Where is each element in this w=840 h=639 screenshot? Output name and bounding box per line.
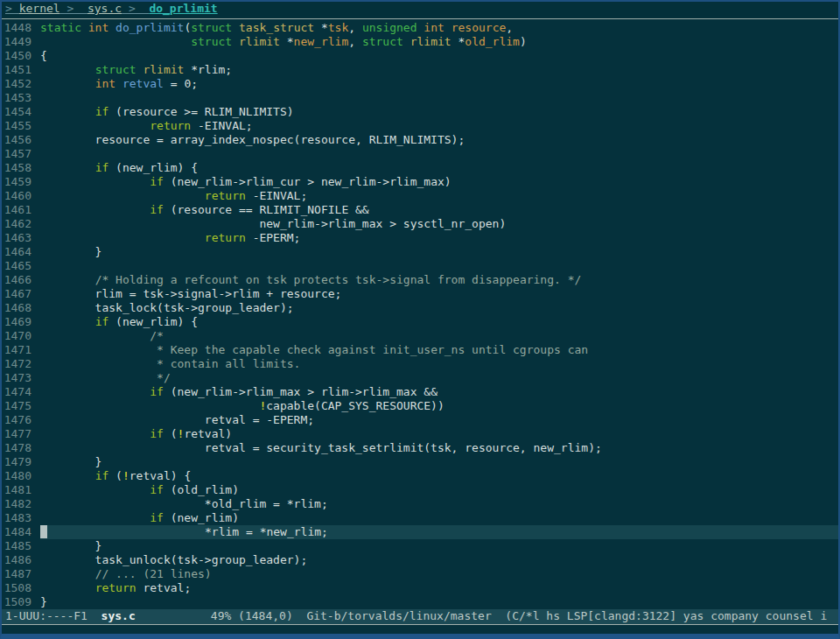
line-number: 1471 [2,343,40,357]
code-text: * contain all limits. [40,357,300,370]
line-number: 1477 [2,427,40,441]
code-line[interactable]: 1486 task_unlock(tsk->group_leader); [2,553,838,567]
code-line[interactable]: 1459 if (new_rlim->rlim_cur > new_rlim->… [2,175,838,189]
line-number: 1479 [2,455,40,469]
code-line[interactable]: 1485 } [2,539,838,553]
line-number: 1508 [2,581,40,595]
code-line[interactable]: 1476 retval = -EPERM; [2,413,838,427]
code-text: } [40,539,102,552]
echo-area[interactable] [2,625,838,635]
line-number: 1483 [2,511,40,525]
code-line[interactable]: 1461 if (resource == RLIMIT_NOFILE && [2,203,838,217]
code-text: /* Holding a refcount on tsk protects ts… [40,273,581,286]
code-line[interactable]: 1475 !capable(CAP_SYS_RESOURCE)) [2,399,838,413]
code-line[interactable]: 1484 *rlim = *new_rlim; [2,525,838,539]
code-line[interactable]: 1509} [2,595,838,609]
code-text: // ... (21 lines) [40,567,212,580]
code-line[interactable]: 1487 // ... (21 lines) [2,567,838,581]
code-text: if (new_rlim) [40,511,239,524]
line-number: 1457 [2,147,40,161]
line-number: 1452 [2,77,40,91]
breadcrumb-symbol[interactable]: do_prlimit [149,2,217,15]
code-line[interactable]: 1454 if (resource >= RLIM_NLIMITS) [2,105,838,119]
code-text: rlim = tsk->signal->rlim + resource; [40,287,341,300]
code-line[interactable]: 1471 * Keep the capable check against in… [2,343,838,357]
code-text: task_unlock(tsk->group_leader); [40,553,307,566]
code-line[interactable]: 1477 if (!retval) [2,427,838,441]
code-line[interactable]: 1478 retval = security_task_setrlimit(ts… [2,441,838,455]
code-line[interactable]: 1480 if (!retval) { [2,469,838,483]
line-number: 1466 [2,273,40,287]
line-number: 1458 [2,161,40,175]
code-line[interactable]: 1450{ [2,49,838,63]
code-line[interactable]: 1474 if (new_rlim->rlim_max > rlim->rlim… [2,385,838,399]
mode-line-status: 1-UUU:----F1 [5,609,102,622]
code-line[interactable]: 1483 if (new_rlim) [2,511,838,525]
code-line[interactable]: 1452 int retval = 0; [2,77,838,91]
code-line[interactable]: 1453 [2,91,838,105]
code-line[interactable]: 1473 */ [2,371,838,385]
breadcrumb-separator: > [122,2,149,15]
code-text: resource = array_index_nospec(resource, … [40,133,465,146]
code-line[interactable]: 1460 return -EINVAL; [2,189,838,203]
code-text: if (new_rlim->rlim_cur > new_rlim->rlim_… [40,175,452,188]
code-line[interactable]: 1466 /* Holding a refcount on tsk protec… [2,273,838,287]
code-line[interactable]: 1469 if (new_rlim) { [2,315,838,329]
line-number: 1474 [2,385,40,399]
code-text: retval = security_task_setrlimit(tsk, re… [40,441,602,454]
code-line[interactable]: 1467 rlim = tsk->signal->rlim + resource… [2,287,838,301]
code-line[interactable]: 1508 return retval; [2,581,838,595]
breadcrumb-item[interactable]: sys.c [88,2,122,15]
code-buffer[interactable]: 1448static int do_prlimit(struct task_st… [2,19,838,609]
code-text: if (new_rlim) { [40,161,198,174]
breadcrumb[interactable]: > kernel > sys.c > do_prlimit [2,2,838,19]
line-number: 1469 [2,315,40,329]
line-number: 1476 [2,413,40,427]
code-text: return retval; [40,581,191,594]
code-text: static int do_prlimit(struct task_struct… [40,21,513,34]
line-number: 1453 [2,91,40,105]
line-number: 1454 [2,105,40,119]
line-number: 1484 [2,525,40,539]
code-line[interactable]: 1448static int do_prlimit(struct task_st… [2,21,838,35]
breadcrumb-separator: > [60,2,88,15]
code-line[interactable]: 1457 [2,147,838,161]
mode-line-buffer-name[interactable]: sys.c [102,609,136,622]
code-line[interactable]: 1470 /* [2,329,838,343]
line-number: 1481 [2,483,40,497]
code-line[interactable]: 1479 } [2,455,838,469]
code-line[interactable]: 1465 [2,259,838,273]
line-number: 1478 [2,441,40,455]
line-number: 1470 [2,329,40,343]
code-line[interactable]: 1464 } [2,245,838,259]
line-number: 1486 [2,553,40,567]
code-text: /* [40,329,164,342]
code-line[interactable]: 1482 *old_rlim = *rlim; [2,497,838,511]
code-text: return -EINVAL; [40,189,307,202]
code-text: if (resource == RLIMIT_NOFILE && [40,203,369,216]
code-text: *old_rlim = *rlim; [40,497,328,510]
code-text: */ [40,371,171,384]
code-line[interactable]: 1449 struct rlimit *new_rlim, struct rli… [2,35,838,49]
cursor [40,525,47,538]
line-number: 1473 [2,371,40,385]
code-line[interactable]: 1458 if (new_rlim) { [2,161,838,175]
code-line[interactable]: 1463 return -EPERM; [2,231,838,245]
code-line[interactable]: 1451 struct rlimit *rlim; [2,63,838,77]
breadcrumb-item[interactable]: kernel [19,2,60,15]
code-text: task_lock(tsk->group_leader); [40,301,294,314]
line-number: 1449 [2,35,40,49]
line-number: 1462 [2,217,40,231]
code-text: if (new_rlim->rlim_max > rlim->rlim_max … [40,385,438,398]
code-line[interactable]: 1462 new_rlim->rlim_max > sysctl_nr_open… [2,217,838,231]
code-line[interactable]: 1468 task_lock(tsk->group_leader); [2,301,838,315]
line-number: 1450 [2,49,40,63]
mode-line[interactable]: 1-UUU:----F1 sys.c 49% (1484,0) Git-b/to… [2,609,838,625]
line-number: 1482 [2,497,40,511]
code-line[interactable]: 1455 return -EINVAL; [2,119,838,133]
line-number: 1465 [2,259,40,273]
code-line[interactable]: 1472 * contain all limits. [2,357,838,371]
code-line[interactable]: 1456 resource = array_index_nospec(resou… [2,133,838,147]
code-line[interactable]: 1481 if (old_rlim) [2,483,838,497]
code-text: { [40,49,47,62]
